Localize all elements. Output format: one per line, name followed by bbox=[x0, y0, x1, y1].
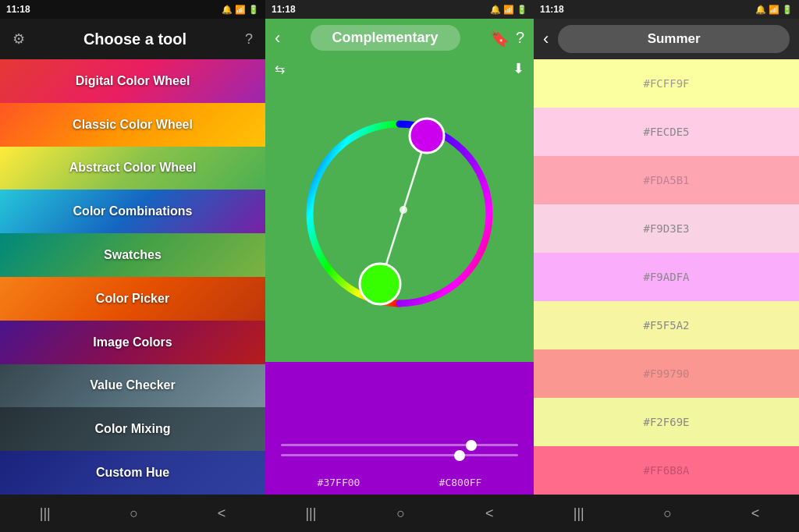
swatch-label-6: #F99790 bbox=[643, 367, 689, 380]
panel-color-wheel: 11:18 🔔 📶 🔋 ‹ Complementary 🔖 ? ⇆ ⬇ bbox=[265, 0, 534, 532]
tool-item-value-checker[interactable]: Value Checker bbox=[0, 364, 265, 408]
swatch-item-4[interactable]: #F9ADFA bbox=[534, 253, 799, 301]
swatch-item-7[interactable]: #F2F69E bbox=[534, 398, 799, 446]
swatch-label-7: #F2F69E bbox=[643, 416, 689, 428]
menu-nav-icon-1[interactable]: ||| bbox=[40, 505, 51, 522]
color-wheel-svg[interactable] bbox=[279, 85, 520, 350]
panel3-back-button[interactable]: ‹ bbox=[543, 29, 549, 49]
tool-item-label-1: Classic Color Wheel bbox=[73, 118, 193, 132]
tool-item-color-combinations[interactable]: Color Combinations bbox=[0, 190, 265, 233]
color-codes: #37FF00 #C800FF bbox=[265, 473, 534, 495]
panel3-header: ‹ Summer bbox=[534, 19, 799, 59]
slider-track-2[interactable] bbox=[281, 454, 518, 456]
slider-row-1 bbox=[281, 444, 518, 446]
swatch-item-0[interactable]: #FCFF9F bbox=[534, 59, 799, 108]
tool-item-label-5: Color Picker bbox=[96, 292, 169, 306]
tool-item-image-colors[interactable]: Image Colors bbox=[0, 321, 265, 364]
tool-item-label-7: Value Checker bbox=[90, 378, 175, 392]
status-icons-2: 🔔 📶 🔋 bbox=[490, 5, 527, 15]
tool-item-swatches[interactable]: Swatches bbox=[0, 233, 265, 277]
swatch-list: #FCFF9F#FECDE5#FDA5B1#F9D3E3#F9ADFA#F5F5… bbox=[534, 59, 799, 495]
status-bar-1: 11:18 🔔 📶 🔋 bbox=[0, 0, 265, 19]
help-icon-2[interactable]: ? bbox=[516, 29, 524, 47]
swatch-item-3[interactable]: #F9D3E3 bbox=[534, 204, 799, 253]
back-nav-icon-1[interactable]: < bbox=[218, 505, 226, 522]
time-3: 11:18 bbox=[540, 4, 564, 15]
top-color-dot[interactable] bbox=[410, 119, 444, 153]
tool-item-abstract-color-wheel[interactable]: Abstract Color Wheel bbox=[0, 147, 265, 190]
slider-track-1[interactable] bbox=[281, 444, 518, 446]
tool-item-color-mixing[interactable]: Color Mixing bbox=[0, 407, 265, 451]
download-icon[interactable]: ⬇ bbox=[513, 60, 524, 77]
tool-item-label-0: Digital Color Wheel bbox=[76, 74, 190, 88]
panel2-back-button[interactable]: ‹ bbox=[275, 28, 280, 48]
time-1: 11:18 bbox=[6, 4, 30, 15]
slider-area bbox=[265, 434, 534, 473]
tool-item-classic-color-wheel[interactable]: Classic Color Wheel bbox=[0, 103, 265, 147]
status-bar-3: 11:18 🔔 📶 🔋 bbox=[534, 0, 799, 19]
home-nav-icon-2[interactable]: ○ bbox=[396, 505, 405, 522]
slider-thumb-2[interactable] bbox=[454, 450, 465, 461]
tool-item-label-3: Color Combinations bbox=[73, 204, 193, 218]
back-nav-icon-2[interactable]: < bbox=[485, 505, 494, 522]
tool-item-label-4: Swatches bbox=[104, 248, 162, 262]
back-nav-icon-3[interactable]: < bbox=[751, 505, 760, 522]
swatch-label-5: #F5F5A2 bbox=[643, 319, 689, 332]
panel3-nav: ||| ○ < bbox=[534, 495, 799, 532]
tool-list: Digital Color WheelClassic Color WheelAb… bbox=[0, 59, 265, 495]
slider-row-2 bbox=[281, 454, 518, 456]
panel1-nav: ||| ○ < bbox=[0, 495, 265, 532]
status-icons-3: 🔔 📶 🔋 bbox=[755, 5, 793, 15]
swatch-item-6[interactable]: #F99790 bbox=[534, 349, 799, 398]
tool-item-custom-hue[interactable]: Custom Hue bbox=[0, 451, 265, 495]
settings-icon[interactable]: ⚙ bbox=[12, 30, 25, 48]
time-2: 11:18 bbox=[272, 4, 296, 15]
bottom-color-dot[interactable] bbox=[360, 264, 400, 304]
green-color-code: #37FF00 bbox=[318, 477, 360, 488]
panel3-title: Summer bbox=[558, 25, 790, 53]
tool-item-digital-color-wheel[interactable]: Digital Color Wheel bbox=[0, 59, 265, 103]
tool-item-label-8: Color Mixing bbox=[95, 422, 171, 436]
swatch-item-8[interactable]: #FF6B8A bbox=[534, 446, 799, 495]
swatch-item-2[interactable]: #FDA5B1 bbox=[534, 156, 799, 204]
swatch-item-1[interactable]: #FECDE5 bbox=[534, 108, 799, 156]
bookmark-icon[interactable]: 🔖 bbox=[490, 29, 510, 48]
purple-color-code: #C800FF bbox=[439, 477, 482, 488]
swatch-label-0: #FCFF9F bbox=[643, 77, 689, 90]
swatch-label-4: #F9ADFA bbox=[643, 271, 689, 283]
menu-nav-icon-2[interactable]: ||| bbox=[305, 505, 316, 522]
slider-thumb-1[interactable] bbox=[466, 440, 477, 451]
home-nav-icon-3[interactable]: ○ bbox=[663, 505, 672, 522]
swatch-label-1: #FECDE5 bbox=[643, 126, 689, 138]
arrows-icon[interactable]: ⇆ bbox=[275, 62, 285, 76]
tool-item-label-2: Abstract Color Wheel bbox=[69, 161, 197, 175]
swatch-item-5[interactable]: #F5F5A2 bbox=[534, 301, 799, 349]
panel2-nav: ||| ○ < bbox=[265, 495, 534, 532]
panel1-title: Choose a tool bbox=[83, 30, 186, 48]
tool-item-label-9: Custom Hue bbox=[96, 466, 169, 480]
panel1-header: ⚙ Choose a tool ? bbox=[0, 19, 265, 59]
swatch-label-8: #FF6B8A bbox=[643, 464, 689, 477]
tool-item-label-6: Image Colors bbox=[93, 335, 172, 349]
tool-item-color-picker[interactable]: Color Picker bbox=[0, 277, 265, 321]
panel-tool-list: 11:18 🔔 📶 🔋 ⚙ Choose a tool ? Digital Co… bbox=[0, 0, 265, 532]
home-nav-icon-1[interactable]: ○ bbox=[130, 505, 138, 522]
status-bar-2: 11:18 🔔 📶 🔋 bbox=[265, 0, 534, 19]
help-icon[interactable]: ? bbox=[245, 31, 253, 48]
svg-point-1 bbox=[400, 206, 407, 214]
status-icons-1: 🔔 📶 🔋 bbox=[222, 5, 259, 15]
panel2-title: Complementary bbox=[311, 25, 460, 51]
swatch-label-2: #FDA5B1 bbox=[643, 174, 689, 186]
swatch-label-3: #F9D3E3 bbox=[643, 222, 689, 235]
panel-swatches: 11:18 🔔 📶 🔋 ‹ Summer #FCFF9F#FECDE5#FDA5… bbox=[534, 0, 799, 532]
menu-nav-icon-3[interactable]: ||| bbox=[574, 505, 584, 522]
